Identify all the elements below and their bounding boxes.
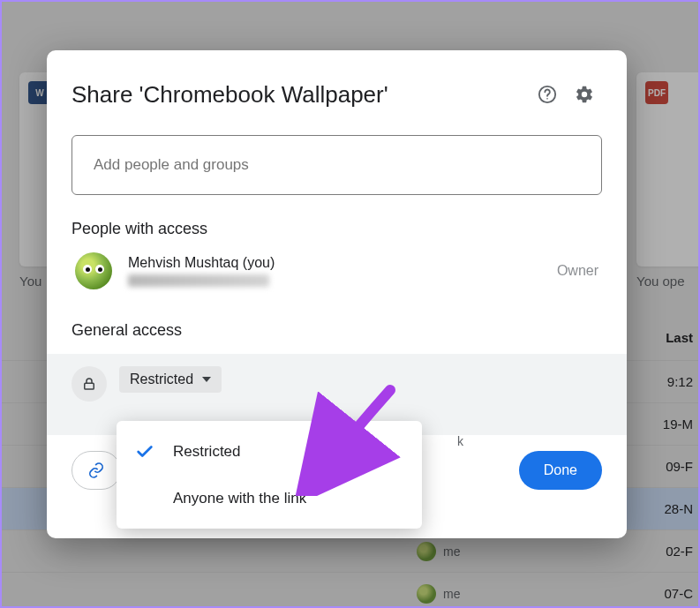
settings-button[interactable] — [567, 77, 602, 112]
link-icon — [87, 462, 105, 479]
help-button[interactable] — [530, 77, 565, 112]
access-level-dropdown-trigger[interactable]: Restricted — [119, 366, 222, 393]
check-icon — [132, 442, 157, 462]
dropdown-option-anyone[interactable]: Anyone with the link — [117, 476, 422, 522]
role-label: Owner — [557, 263, 598, 279]
done-button[interactable]: Done — [519, 451, 602, 490]
access-hint-trail: k — [457, 434, 463, 448]
person-row: Mehvish Mushtaq (you) Owner — [72, 252, 602, 289]
dropdown-option-label: Anyone with the link — [173, 490, 306, 507]
svg-point-1 — [546, 98, 548, 100]
people-with-access-heading: People with access — [72, 220, 602, 238]
gear-icon — [575, 85, 594, 104]
avatar — [75, 252, 112, 289]
person-email-blurred — [128, 274, 269, 287]
copy-link-button[interactable] — [72, 451, 121, 490]
caret-down-icon — [202, 377, 211, 382]
add-people-input[interactable] — [72, 135, 602, 195]
general-access-heading: General access — [72, 321, 602, 340]
access-level-label: Restricted — [130, 372, 193, 387]
person-name: Mehvish Mushtaq (you) — [128, 255, 541, 271]
dialog-title: Share 'Chromebook Wallpaper' — [72, 81, 528, 109]
lock-icon — [81, 376, 97, 392]
access-dropdown-menu: Restricted Anyone with the link — [117, 421, 422, 529]
lock-icon-circle — [72, 366, 107, 402]
svg-rect-2 — [85, 383, 94, 389]
help-icon — [538, 85, 557, 104]
dropdown-option-label: Restricted — [173, 443, 241, 461]
dropdown-option-restricted[interactable]: Restricted — [117, 428, 422, 476]
